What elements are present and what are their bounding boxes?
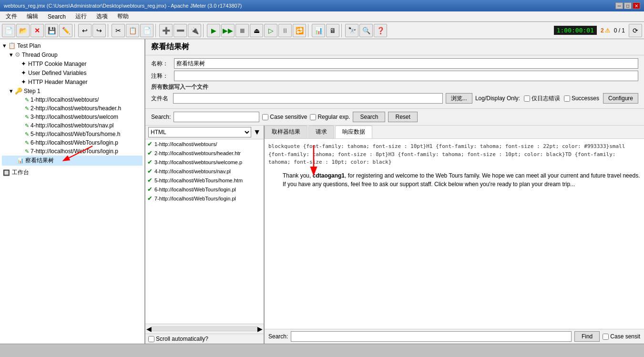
toolbar-binoculars[interactable]: 🔭 (345, 24, 358, 37)
find-button[interactable]: Find (574, 331, 600, 342)
toolbar-monitor[interactable]: 🖥 (326, 24, 339, 37)
list-item-5[interactable]: ✔ 5-http://localhost/WebTours/home.htm (145, 176, 264, 185)
toolbar-stop[interactable]: ⏹ (235, 24, 249, 37)
search-label: Search: (151, 114, 171, 120)
tree-item-uservars[interactable]: ✦ User Defined Variables (2, 68, 143, 77)
tree-item-threadgroup[interactable]: ▾ ⚙ Thread Group (2, 50, 143, 59)
section-label: 所有数据写入一个文件 (151, 84, 208, 90)
dropdown-icon[interactable]: ▼ (253, 128, 261, 136)
error-only-check[interactable]: 仅日志错误 (524, 94, 560, 103)
toolbar-start-no-pause[interactable]: ▶▶ (221, 24, 235, 37)
check-icon-6: ✔ (147, 186, 153, 193)
case-sensit-check[interactable]: Case sensit (603, 333, 640, 340)
tree-item-cookie[interactable]: ✦ HTTP Cookie Manager (2, 59, 143, 68)
toolbar-saveas[interactable]: ✏️ (59, 24, 72, 37)
tree-item-req3[interactable]: ✎ 3-http://localhost/webtours/welcom (2, 113, 143, 121)
toolbar-open[interactable]: 📂 (16, 24, 30, 37)
format-select[interactable]: HTML (148, 127, 251, 137)
toolbar-save[interactable]: 💾 (45, 24, 58, 37)
maximize-button[interactable]: □ (624, 2, 632, 9)
toolbar-search[interactable]: 🔁 (293, 24, 306, 37)
toolbar-remove[interactable]: ➖ (174, 24, 187, 37)
req5-icon: ✎ (25, 131, 29, 137)
tree-item-testplan[interactable]: ▾ 📋 Test Plan (2, 41, 143, 50)
menu-edit[interactable]: 编辑 (23, 11, 42, 21)
list-item-label-1: 1-http://localhost/webtours/ (154, 141, 217, 147)
tab-request[interactable]: 请求 (308, 126, 334, 138)
search-input[interactable] (174, 112, 259, 122)
list-scroll-area[interactable]: ✔ 1-http://localhost/webtours/ ✔ 2-http:… (145, 139, 264, 324)
toolbar-paste[interactable]: 📄 (140, 24, 153, 37)
toolbar-sep2 (108, 24, 110, 37)
success-checkbox[interactable] (564, 95, 570, 102)
toolbar-redo[interactable]: ↪ (92, 24, 106, 37)
reset-button[interactable]: Reset (388, 112, 417, 122)
menu-help[interactable]: 帮助 (113, 11, 133, 21)
tab-response-data[interactable]: 响应数据 (335, 126, 372, 138)
browse-button[interactable]: 浏览... (446, 93, 472, 104)
tree-item-req6[interactable]: ✎ 6-http://localhost/WebTours/login.p (2, 138, 143, 147)
list-item-2[interactable]: ✔ 2-http://localhost/webtours/header.htr (145, 148, 264, 158)
toolbar-sep3 (155, 24, 157, 37)
scroll-left-icon[interactable]: ◀ (146, 325, 152, 333)
scroll-right-icon[interactable]: ▶ (257, 325, 263, 333)
toolbar-table[interactable]: 📊 (312, 24, 325, 37)
configure-button[interactable]: Configure (603, 93, 638, 104)
list-item-1[interactable]: ✔ 1-http://localhost/webtours/ (145, 139, 264, 148)
menu-file[interactable]: 文件 (2, 11, 21, 21)
toolbar-close[interactable]: ✕ (31, 24, 44, 37)
toolbar-cut[interactable]: ✂ (112, 24, 125, 37)
file-input[interactable] (173, 93, 443, 104)
tree-item-req4[interactable]: ✎ 4-http://localhost/webtours/nav.pl (2, 121, 143, 130)
list-item-6[interactable]: ✔ 6-http://localhost/WebTours/login.pl (145, 185, 264, 194)
tree-item-header[interactable]: ✦ HTTP Header Manager (2, 77, 143, 86)
case-sensitive-check[interactable]: Case sensitive (262, 114, 307, 120)
toolbar-shutdown[interactable]: ⏏ (250, 24, 263, 37)
toolbar-extra[interactable]: ⟳ (629, 24, 642, 37)
list-header: HTML ▼ (145, 126, 264, 139)
toolbar-sep5 (308, 24, 310, 37)
toolbar-plugin[interactable]: 🔌 (188, 24, 201, 37)
bottom-search-input[interactable] (291, 331, 572, 342)
hscroll-bar[interactable] (152, 326, 257, 331)
tab-sampler-result[interactable]: 取样器结果 (265, 126, 307, 138)
regular-exp-checkbox[interactable] (310, 114, 316, 120)
tree-item-req1[interactable]: ✎ 1-http://localhost/webtours/ (2, 95, 143, 104)
scroll-auto-checkbox[interactable] (148, 336, 154, 342)
comment-input[interactable] (174, 71, 638, 81)
success-check[interactable]: Successes (564, 95, 599, 102)
regular-exp-check[interactable]: Regular exp. (310, 114, 350, 120)
list-item-3[interactable]: ✔ 3-http://localhost/webtours/welcome.p (145, 158, 264, 167)
name-input[interactable] (174, 58, 638, 69)
toolbar-copy[interactable]: 📋 (126, 24, 139, 37)
toolbar-start[interactable]: ▶ (207, 24, 220, 37)
menu-search[interactable]: Search (44, 12, 70, 21)
menu-run[interactable]: 运行 (72, 11, 91, 21)
list-item-4[interactable]: ✔ 4-http://localhost/webtours/nav.pl (145, 167, 264, 176)
tree-item-resulttree[interactable]: 📊 察看结果树 (2, 156, 143, 166)
tree-item-req5[interactable]: ✎ 5-http://localhost/WebTours/home.h (2, 130, 143, 138)
tree-item-step1[interactable]: ▾ 🔑 Step 1 (2, 86, 143, 95)
toolbar-zoom[interactable]: 🔍 (359, 24, 373, 37)
toolbar-add[interactable]: ➕ (159, 24, 173, 37)
scroll-auto-check[interactable]: Scroll automatically? (148, 336, 208, 342)
close-button[interactable]: ✕ (633, 2, 640, 9)
warning-count: 2 (601, 27, 604, 34)
tree-item-req2[interactable]: ✎ 2-http://localhost/webtours/header.h (2, 104, 143, 113)
menu-options[interactable]: 选项 (92, 11, 112, 21)
check-icon-3: ✔ (147, 158, 153, 166)
list-item-label-4: 4-http://localhost/webtours/nav.pl (154, 168, 231, 174)
search-button[interactable]: Search (353, 112, 385, 122)
tree-item-req7[interactable]: ✎ 7-http://localhost/WebTours/login.p (2, 147, 143, 156)
toolbar-undo[interactable]: ↩ (78, 24, 92, 37)
toolbar-clear-all[interactable]: ⏸ (278, 24, 292, 37)
error-only-checkbox[interactable] (524, 95, 530, 102)
case-sensit-checkbox[interactable] (603, 334, 609, 340)
minimize-button[interactable]: ─ (615, 2, 623, 9)
toolbar-help[interactable]: ❓ (374, 24, 387, 37)
tree-item-workbench[interactable]: 🔲 工作台 (2, 168, 143, 178)
toolbar-clear[interactable]: ▷ (264, 24, 277, 37)
case-sensitive-checkbox[interactable] (262, 114, 268, 120)
list-item-7[interactable]: ✔ 7-http://localhost/WebTours/login.pl (145, 194, 264, 203)
toolbar-new[interactable]: 📄 (2, 24, 15, 37)
